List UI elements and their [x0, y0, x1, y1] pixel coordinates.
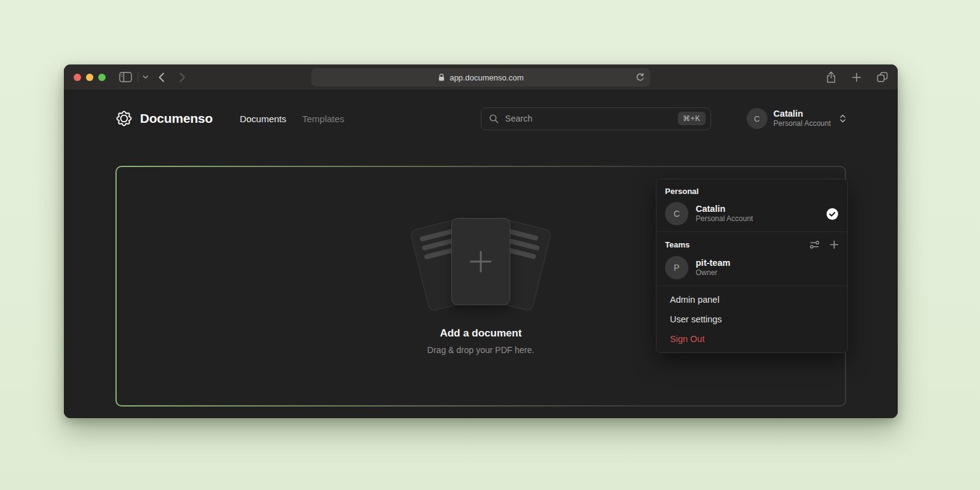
tab-overview-icon[interactable] [877, 72, 888, 82]
account-dropdown-menu: Personal C Catalin Personal Account [656, 179, 848, 353]
brand[interactable]: Documenso [115, 110, 212, 127]
search-placeholder: Search [505, 114, 532, 123]
personal-section-label: Personal [665, 187, 839, 196]
check-circle-icon [826, 208, 839, 220]
menu-actions: Admin panel User settings Sign Out [656, 286, 847, 352]
nav-templates[interactable]: Templates [302, 114, 344, 124]
search-input[interactable]: Search ⌘+K [481, 107, 711, 130]
card-front [451, 218, 510, 305]
avatar: C [665, 202, 688, 225]
menu-item-user-settings[interactable]: User settings [656, 309, 847, 329]
browser-window: app.documenso.com [64, 64, 898, 418]
app-content: Documenso Documents Templates Search ⌘+K [64, 106, 898, 418]
browser-toolbar: app.documenso.com [64, 64, 898, 90]
nav-documents[interactable]: Documents [239, 114, 286, 124]
back-button-icon[interactable] [158, 72, 165, 82]
forward-button-icon[interactable] [179, 72, 185, 82]
sidebar-toggle-icon[interactable] [119, 72, 132, 82]
dropzone-subtitle: Drag & drop your PDF here. [427, 345, 534, 355]
search-shortcut-badge: ⌘+K [678, 112, 706, 125]
reload-icon[interactable] [636, 72, 645, 82]
url-text: app.documenso.com [449, 73, 524, 82]
menu-item-sign-out[interactable]: Sign Out [656, 329, 847, 349]
traffic-lights [74, 74, 106, 81]
lock-icon [438, 73, 445, 82]
chevron-up-down-icon [839, 114, 846, 123]
new-tab-icon[interactable] [852, 72, 861, 82]
personal-account-item[interactable]: C Catalin Personal Account [665, 202, 839, 225]
avatar: P [665, 256, 688, 279]
account-menu-trigger[interactable]: C Catalin Personal Account [747, 108, 846, 129]
dropzone-title: Add a document [440, 327, 521, 340]
teams-section: Teams [656, 232, 847, 286]
brand-name: Documenso [140, 111, 212, 126]
search-icon [489, 114, 499, 124]
teams-section-label: Teams [665, 240, 690, 249]
avatar: C [747, 108, 768, 129]
documenso-logo-icon [115, 110, 133, 127]
toolbar-right-actions [826, 71, 888, 84]
account-subtitle: Personal Account [774, 119, 831, 128]
desktop-background: app.documenso.com [0, 0, 980, 490]
window-minimize-button[interactable] [86, 74, 93, 81]
menu-item-admin-panel[interactable]: Admin panel [656, 290, 847, 309]
sidebar-chevron-down-icon[interactable] [142, 75, 149, 79]
team-item[interactable]: P pit-team Owner [665, 256, 839, 279]
personal-account-name: Catalin [696, 204, 753, 214]
main-nav: Documents Templates [239, 114, 344, 124]
share-icon[interactable] [826, 71, 836, 84]
manage-teams-icon[interactable] [809, 239, 820, 250]
address-bar[interactable]: app.documenso.com [311, 68, 650, 87]
app-header: Documenso Documents Templates Search ⌘+K [64, 106, 898, 131]
toolbar-divider [138, 72, 138, 82]
window-zoom-button[interactable] [98, 74, 106, 81]
document-cards-illustration [415, 218, 546, 310]
team-name: pit-team [696, 258, 730, 268]
add-team-icon[interactable] [830, 239, 839, 250]
window-close-button[interactable] [74, 74, 81, 81]
plus-icon [467, 248, 494, 275]
account-name: Catalin [774, 109, 831, 119]
team-role: Owner [696, 268, 730, 278]
personal-section: Personal C Catalin Personal Account [656, 179, 847, 231]
personal-account-subtitle: Personal Account [696, 214, 753, 224]
